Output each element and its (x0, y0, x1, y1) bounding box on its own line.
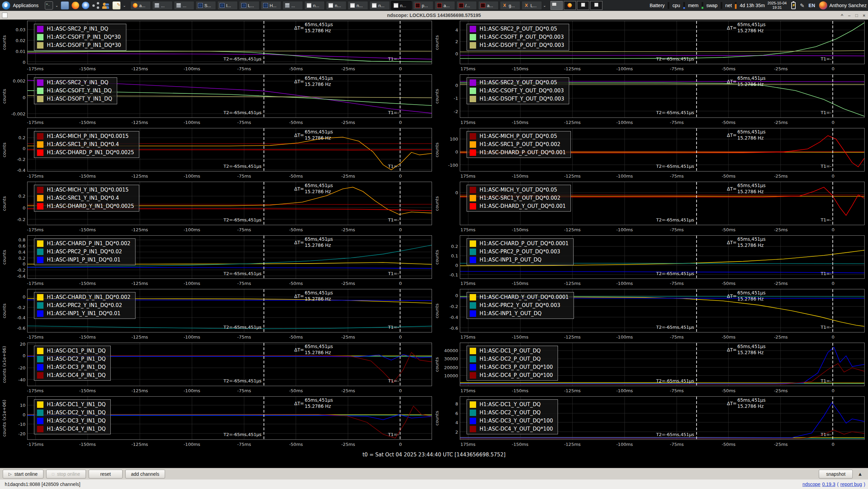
legend-entry[interactable]: H1:ASC-DC3_Y_OUT_DQ*100 (470, 418, 553, 424)
pen-icon[interactable]: ✎ (800, 2, 804, 9)
snapshot-button[interactable]: snapshot (819, 470, 853, 478)
taskbar-window-17[interactable]: a... (478, 1, 499, 10)
legend-entry[interactable]: H1:ASC-DC3_Y_IN1_DQ (37, 418, 106, 424)
legend-entry[interactable]: H1:ASC-DC4_Y_IN1_DQ (37, 426, 106, 432)
taskbar-window-8[interactable]: ... (283, 1, 303, 10)
stop-online-button[interactable]: □ stop online (46, 470, 86, 478)
plot-view[interactable]: H1:ASC-DC1_P_IN1_DQH1:ASC-DC2_P_IN1_DQH1… (27, 343, 432, 386)
user-name[interactable]: Anthony Sanchez (829, 3, 867, 8)
taskbar-overflow-chevron[interactable]: ⌄ (543, 3, 546, 8)
legend-entry[interactable]: H1:ASC-INP1_P_IN1_DQ*0.01 (37, 257, 130, 263)
close-button[interactable]: × (863, 13, 865, 18)
file-manager-icon[interactable] (61, 1, 69, 10)
plot-view[interactable]: H1:ASC-SRC2_Y_IN1_DQH1:ASC-CSOFT_Y_IN1_D… (27, 74, 432, 118)
plot-view[interactable]: H1:ASC-CHARD_P_OUT_DQ*0.0001H1:ASC-PRC2_… (460, 235, 865, 279)
collapse-arrow-icon[interactable]: ▲ (857, 471, 863, 477)
workspace-1[interactable] (550, 1, 563, 10)
legend-entry[interactable]: H1:ASC-SRC2_Y_OUT_DQ*0.05 (470, 79, 564, 86)
plot-view[interactable]: H1:ASC-MICH_Y_OUT_DQ*0.05H1:ASC-SRC1_Y_O… (460, 182, 865, 225)
net-label[interactable]: net (725, 3, 732, 8)
plot-view[interactable]: H1:ASC-SRC2_Y_OUT_DQ*0.05H1:ASC-CSOFT_Y_… (460, 74, 865, 118)
legend-entry[interactable]: H1:ASC-DSOFT_Y_OUT_DQ*0.003 (470, 96, 564, 102)
taskbar-window-4[interactable]: S... (196, 1, 216, 10)
taskbar-window-16[interactable]: /... (456, 1, 477, 10)
legend-entry[interactable]: H1:ASC-INP1_P_OUT_DQ (470, 257, 568, 263)
taskbar-window-18[interactable]: Xg... (500, 1, 520, 10)
taskbar-window-10[interactable]: n... (326, 1, 346, 10)
legend-entry[interactable]: H1:ASC-INP1_Y_OUT_DQ (470, 310, 569, 317)
taskbar-window-6[interactable]: L... (239, 1, 259, 10)
legend-entry[interactable]: H1:ASC-DC2_Y_OUT_DQ (470, 410, 553, 416)
plot-view[interactable]: H1:ASC-MICH_P_IN1_DQ*0.0015H1:ASC-SRC1_P… (27, 128, 432, 171)
legend-entry[interactable]: H1:ASC-DC4_P_OUT_DQ*100 (470, 372, 553, 379)
legend-entry[interactable]: H1:ASC-DC1_P_IN1_DQ (37, 348, 106, 354)
applications-menu[interactable]: Applications (13, 3, 39, 8)
start-online-button[interactable]: ▷ start online (3, 470, 43, 478)
taskbar-window-19[interactable]: XL... (522, 1, 542, 10)
legend-entry[interactable]: H1:ASC-SRC1_P_OUT_DQ*0.002 (470, 141, 566, 148)
legend-entry[interactable]: H1:ASC-DHARD_Y_OUT_DQ*0.001 (470, 203, 566, 210)
taskbar-window-3[interactable]: ... (174, 1, 194, 10)
chevron-down-icon[interactable]: ⌄ (55, 3, 58, 8)
legend-entry[interactable]: H1:ASC-MICH_P_IN1_DQ*0.0015 (37, 133, 134, 140)
plot-view[interactable]: H1:ASC-DC1_Y_OUT_DQH1:ASC-DC2_Y_OUT_DQH1… (460, 396, 865, 440)
legend-entry[interactable]: H1:ASC-DC2_P_IN1_DQ (37, 356, 106, 362)
legend-entry[interactable]: H1:ASC-DSOFT_P_IN1_DQ*30 (37, 42, 121, 49)
window-titlebar[interactable]: ndscope: LOCKLOSS 1443656698.575195 ^ – … (0, 11, 868, 20)
legend-entry[interactable]: H1:ASC-CHARD_Y_OUT_DQ*0.0001 (470, 294, 569, 301)
contacts-icon[interactable] (102, 2, 110, 9)
keyboard-layout[interactable]: EN (809, 3, 815, 8)
legend-entry[interactable]: H1:ASC-CSOFT_P_IN1_DQ*30 (37, 34, 121, 40)
plot-view[interactable]: H1:ASC-CHARD_Y_IN1_DQ*0.002H1:ASC-PRC2_Y… (27, 289, 432, 332)
chevron-down-icon[interactable]: ⌄ (123, 3, 126, 8)
taskbar-window-9[interactable]: n... (304, 1, 325, 10)
legend-entry[interactable]: H1:ASC-SRC2_P_OUT_DQ*0.05 (470, 26, 564, 32)
legend-entry[interactable]: H1:ASC-PRC2_P_OUT_DQ*0.003 (470, 249, 568, 255)
battery-icon[interactable] (791, 2, 796, 9)
plot-view[interactable]: H1:ASC-MICH_P_OUT_DQ*0.05H1:ASC-SRC1_P_O… (460, 128, 865, 171)
taskbar-window-13[interactable]: n... (391, 1, 412, 10)
legend-entry[interactable]: H1:ASC-DSOFT_Y_IN1_DQ (37, 96, 112, 102)
plot-view[interactable]: H1:ASC-CHARD_P_IN1_DQ*0.002H1:ASC-PRC2_P… (27, 235, 432, 279)
taskbar-window-11[interactable]: n... (348, 1, 368, 10)
legend-entry[interactable]: H1:ASC-DC3_P_IN1_DQ (37, 364, 106, 370)
legend-entry[interactable]: H1:ASC-DC4_P_IN1_DQ (37, 372, 106, 379)
taskbar-window-15[interactable]: a... (435, 1, 455, 10)
cpu-label[interactable]: cpu (672, 3, 680, 8)
legend-entry[interactable]: H1:ASC-MICH_Y_IN1_DQ*0.0015 (37, 187, 134, 193)
plot-view[interactable]: H1:ASC-MICH_Y_IN1_DQ*0.0015H1:ASC-SRC1_Y… (27, 182, 432, 225)
legend-entry[interactable]: H1:ASC-DC1_Y_OUT_DQ (470, 401, 553, 408)
legend-entry[interactable]: H1:ASC-SRC2_P_IN1_DQ (37, 26, 121, 32)
plot-view[interactable]: H1:ASC-DC1_Y_IN1_DQH1:ASC-DC2_Y_IN1_DQH1… (27, 396, 432, 440)
legend-entry[interactable]: H1:ASC-SRC1_Y_IN1_DQ*0.4 (37, 195, 134, 201)
legend-entry[interactable]: H1:ASC-SRC2_Y_IN1_DQ (37, 79, 112, 86)
workspace-2[interactable] (564, 1, 576, 10)
share-icon[interactable] (92, 2, 100, 9)
legend-entry[interactable]: H1:ASC-CHARD_P_OUT_DQ*0.0001 (470, 240, 568, 247)
applications-menu-icon[interactable] (2, 1, 10, 10)
mem-label[interactable]: mem (688, 3, 699, 8)
legend-entry[interactable]: H1:ASC-DC2_Y_IN1_DQ (37, 410, 106, 416)
terminal-launcher-icon[interactable] (45, 1, 53, 10)
plot-view[interactable]: H1:ASC-SRC2_P_IN1_DQH1:ASC-CSOFT_P_IN1_D… (27, 21, 432, 64)
firefox-icon[interactable] (72, 2, 79, 9)
legend-entry[interactable]: H1:ASC-CSOFT_Y_IN1_DQ (37, 88, 112, 94)
legend-entry[interactable]: H1:ASC-DHARD_P_IN1_DQ*0.0025 (37, 149, 134, 156)
plot-view[interactable]: H1:ASC-CHARD_Y_OUT_DQ*0.0001H1:ASC-PRC2_… (460, 289, 865, 332)
legend-entry[interactable]: H1:ASC-DC1_P_OUT_DQ (470, 348, 553, 354)
taskbar-window-5[interactable]: I... (217, 1, 238, 10)
workspace-4[interactable] (590, 1, 602, 10)
notes-icon[interactable] (112, 1, 121, 10)
minimize-button[interactable]: – (848, 13, 850, 18)
taskbar-window-12[interactable]: n... (369, 1, 390, 10)
legend-entry[interactable]: H1:ASC-DC1_Y_IN1_DQ (37, 401, 106, 408)
legend-entry[interactable]: H1:ASC-SRC1_Y_OUT_DQ*0.002 (470, 195, 566, 201)
legend-entry[interactable]: H1:ASC-PRC2_P_IN1_DQ*0.02 (37, 249, 130, 255)
plot-view[interactable]: H1:ASC-SRC2_P_OUT_DQ*0.05H1:ASC-CSOFT_P_… (460, 21, 865, 64)
legend-entry[interactable]: H1:ASC-DSOFT_P_OUT_DQ*0.003 (470, 42, 564, 49)
legend-entry[interactable]: H1:ASC-CHARD_P_IN1_DQ*0.002 (37, 240, 130, 247)
chromium-icon[interactable] (82, 2, 89, 9)
legend-entry[interactable]: H1:ASC-DC4_Y_OUT_DQ*100 (470, 426, 553, 432)
version-link[interactable]: 0.19.3 (822, 482, 835, 487)
taskbar-window-14[interactable]: p... (413, 1, 433, 10)
